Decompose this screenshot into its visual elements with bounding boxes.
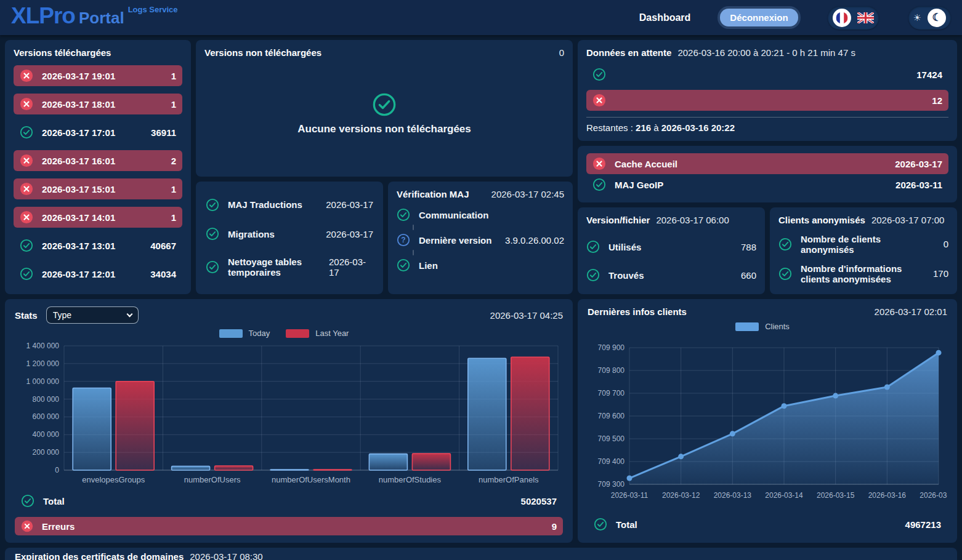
svg-text:0: 0 — [55, 466, 59, 474]
svg-text:2026-03-16: 2026-03-16 — [868, 491, 907, 500]
success-icon — [592, 68, 606, 81]
version-count: 1 — [171, 212, 176, 223]
file-stat-label: Trouvés — [608, 270, 644, 281]
svg-text:709 400: 709 400 — [598, 457, 625, 466]
line-chart-legend: Clients — [588, 322, 947, 331]
version-row: 2026-03-17 16:01 2 — [14, 150, 182, 171]
file-stat-label: Utilisés — [608, 242, 641, 252]
panel-verification-maj: Vérification MAJ 2026-03-17 02:45 Commun… — [388, 182, 573, 294]
type-select[interactable]: Type — [46, 306, 139, 324]
restantes-count: 216 — [636, 122, 651, 133]
svg-text:numberOfPanels: numberOfPanels — [479, 475, 539, 484]
svg-text:2026-03-11: 2026-03-11 — [611, 491, 649, 500]
bar-chart-legend: Today Last Year — [15, 329, 563, 338]
version-date: 2026-03-17 13:01 — [42, 241, 115, 251]
svg-text:2026-03-14: 2026-03-14 — [765, 491, 803, 500]
anon-stat-value: 170 — [933, 268, 948, 279]
success-icon — [21, 494, 34, 508]
file-stat-row: Trouvés 660 — [586, 268, 756, 282]
panel-donnees-en-attente: Données en attente 2026-03-16 20:00 à 20… — [578, 40, 957, 141]
logo-subtitle: Logs Service — [128, 1, 178, 19]
divider — [586, 117, 948, 118]
restantes-line: Restantes : 216 à 2026-03-16 20:22 — [586, 122, 948, 133]
anon-stat-label: Nombre de clients anonymisés — [801, 234, 935, 255]
success-icon — [397, 258, 410, 272]
sun-icon[interactable]: ☀ — [913, 13, 921, 22]
panel-timestamp: 2026-03-17 04:25 — [490, 310, 563, 321]
panel-stats: Stats Type 2026-03-17 04:25 Today Last Y… — [5, 299, 573, 543]
pending-success-count: 17424 — [916, 70, 942, 80]
version-row: 2026-03-17 12:01 34034 — [14, 263, 182, 284]
moon-icon[interactable]: ☾ — [928, 9, 946, 27]
svg-text:numberOfStudies: numberOfStudies — [379, 475, 442, 484]
maintenance-label: Migrations — [228, 229, 275, 239]
panel-versions-telechargees: Versions téléchargées 2026-03-17 19:01 1… — [5, 40, 191, 294]
anon-stat-label: Nombre d'informations clients anonymisée… — [801, 263, 924, 285]
panel-title: Vérification MAJ — [397, 189, 469, 199]
success-icon — [206, 227, 219, 241]
version-date: 2026-03-17 16:01 — [42, 156, 115, 166]
nav-dashboard-link[interactable]: Dashboard — [639, 12, 691, 23]
language-toggle[interactable] — [828, 6, 879, 30]
maintenance-row: Migrations 2026-03-17 — [206, 227, 373, 241]
version-row: 2026-03-17 19:01 1 — [14, 65, 182, 86]
success-icon — [592, 178, 606, 191]
restantes-label: Restantes : — [586, 122, 633, 133]
stats-bar-chart: 0200 000400 000600 000800 0001 000 0001 … — [15, 341, 563, 487]
svg-text:numberOfUsersMonth: numberOfUsersMonth — [272, 475, 350, 484]
version-row: 2026-03-17 18:01 1 — [14, 94, 182, 114]
logout-button[interactable]: Déconnexion — [720, 9, 798, 26]
top-header: XLPro Portal Logs Service Dashboard Déco… — [0, 0, 962, 35]
panel-title: Version/fichier — [586, 215, 650, 225]
svg-text:200 000: 200 000 — [33, 448, 60, 457]
panel-timestamp: 2026-03-17 08:30 — [190, 551, 262, 560]
maintenance-label: Nettoyage tables temporaires — [228, 257, 320, 278]
success-icon — [20, 239, 33, 252]
svg-text:709 300: 709 300 — [598, 480, 625, 489]
version-date: 2026-03-17 18:01 — [42, 99, 115, 110]
svg-text:1 200 000: 1 200 000 — [26, 359, 60, 367]
panel-dernieres-infos: Dernières infos clients 2026-03-17 02:01… — [578, 299, 957, 543]
panel-title: Stats — [15, 310, 38, 321]
theme-toggle[interactable]: ☀ ☾ — [908, 6, 951, 30]
panel-maintenance: MAJ Traductions 2026-03-17 Migrations 20… — [196, 182, 383, 294]
uk-flag-icon[interactable] — [857, 12, 874, 23]
svg-text:709 500: 709 500 — [598, 434, 625, 443]
version-date: 2026-03-17 19:01 — [42, 71, 115, 81]
version-count: 2 — [171, 156, 176, 166]
svg-text:800 000: 800 000 — [33, 394, 60, 403]
svg-text:2026-03-15: 2026-03-15 — [817, 491, 855, 500]
version-row: 2026-03-17 17:01 36911 — [14, 122, 182, 143]
version-date: 2026-03-17 14:01 — [42, 212, 115, 223]
panel-count: 0 — [559, 47, 564, 58]
panel-title: Dernières infos clients — [588, 306, 687, 317]
anon-stat-value: 0 — [944, 239, 948, 249]
file-stat-value: 788 — [741, 242, 756, 252]
error-icon — [20, 182, 33, 196]
type-select-wrapper: Type — [46, 306, 139, 324]
restantes-time: 2026-03-16 20:22 — [661, 122, 735, 133]
version-count: 1 — [171, 184, 176, 194]
app-logo[interactable]: XLPro Portal Logs Service — [11, 1, 178, 35]
svg-text:2026-03-12: 2026-03-12 — [662, 491, 700, 500]
svg-text:envelopesGroups: envelopesGroups — [82, 475, 145, 484]
cache-row: MAJ GeoIP 2026-03-11 — [586, 174, 948, 195]
success-icon — [206, 198, 219, 212]
panel-title: Clients anonymisés — [778, 215, 865, 225]
stats-total-value: 5020537 — [521, 496, 557, 506]
cache-row: Cache Accueil 2026-03-17 — [586, 153, 948, 174]
stats-errors-value: 9 — [552, 521, 557, 532]
error-icon — [20, 210, 33, 224]
restantes-sep: à — [653, 122, 658, 133]
success-icon — [206, 260, 219, 274]
french-flag-svg — [834, 10, 850, 26]
success-icon — [778, 238, 792, 251]
verification-row: Lien — [397, 258, 564, 272]
maintenance-label: MAJ Traductions — [228, 199, 302, 210]
verification-label: Communication — [419, 210, 488, 220]
french-flag-icon[interactable] — [833, 9, 851, 27]
anon-stat-row: Nombre d'informations clients anonymisée… — [778, 263, 948, 285]
clients-total-value: 4967213 — [905, 519, 941, 530]
panel-versions-non-telechargees: Versions non téléchargées 0 Aucune versi… — [196, 40, 573, 177]
maintenance-date: 2026-03-17 — [326, 229, 373, 239]
